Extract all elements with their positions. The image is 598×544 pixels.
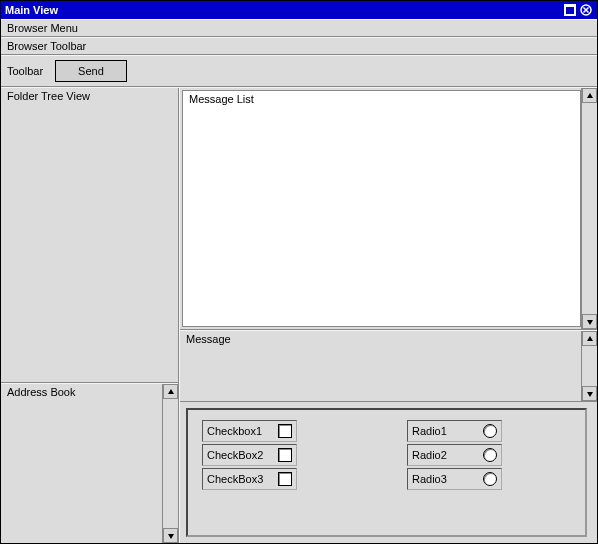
svg-marker-6 [168,534,174,539]
radio-icon[interactable] [483,472,497,486]
left-column: Folder Tree View Address Book [1,88,179,543]
radio-icon[interactable] [483,424,497,438]
checkbox-icon[interactable] [278,424,292,438]
radio-item-2[interactable]: Radio2 [407,444,502,466]
maximize-icon[interactable] [563,3,577,17]
checkbox-item-2[interactable]: CheckBox2 [202,444,297,466]
scroll-up-icon[interactable] [582,331,597,346]
radio-label: Radio1 [412,425,447,437]
checkbox-label: Checkbox1 [207,425,262,437]
content-area: Folder Tree View Address Book Message Li… [1,87,597,543]
scroll-down-icon[interactable] [582,386,597,401]
close-icon[interactable] [579,3,593,17]
checkbox-label: CheckBox2 [207,449,263,461]
message-list-scrollbar[interactable] [581,88,597,329]
checkbox-item-1[interactable]: Checkbox1 [202,420,297,442]
scroll-down-icon[interactable] [582,314,597,329]
message-pane[interactable]: Message [180,331,581,401]
main-window: Main View Browser Menu Browser Toolbar T… [0,0,598,544]
radio-icon[interactable] [483,448,497,462]
checkbox-item-3[interactable]: CheckBox3 [202,468,297,490]
svg-marker-7 [587,93,593,98]
address-book-label: Address Book [7,386,75,398]
message-scrollbar[interactable] [581,331,597,401]
message-list-label: Message List [189,93,254,105]
radio-label: Radio3 [412,473,447,485]
svg-marker-8 [587,320,593,325]
message-label: Message [186,333,231,345]
controls-outer: Checkbox1 CheckBox2 CheckBox3 [180,402,597,543]
checkbox-icon[interactable] [278,448,292,462]
svg-marker-9 [587,336,593,341]
browser-menu-label: Browser Menu [7,22,78,34]
browser-menu[interactable]: Browser Menu [1,19,597,37]
svg-marker-5 [168,389,174,394]
folder-tree-view[interactable]: Folder Tree View [1,88,178,383]
scroll-down-icon[interactable] [163,528,178,543]
message-list[interactable]: Message List [182,90,581,327]
checkbox-icon[interactable] [278,472,292,486]
address-book[interactable]: Address Book [1,384,162,543]
scroll-up-icon[interactable] [582,88,597,103]
send-button[interactable]: Send [55,60,127,82]
scroll-up-icon[interactable] [163,384,178,399]
controls-panel: Checkbox1 CheckBox2 CheckBox3 [186,408,587,537]
browser-toolbar[interactable]: Browser Toolbar [1,37,597,55]
checkbox-label: CheckBox3 [207,473,263,485]
svg-marker-10 [587,392,593,397]
radio-label: Radio2 [412,449,447,461]
address-book-panel: Address Book [1,383,178,543]
titlebar: Main View [1,1,597,19]
radio-column: Radio1 Radio2 Radio3 [407,420,502,525]
radio-item-3[interactable]: Radio3 [407,468,502,490]
checkbox-column: Checkbox1 CheckBox2 CheckBox3 [202,420,297,525]
toolbar: Toolbar Send [1,55,597,87]
address-book-scrollbar[interactable] [162,384,178,543]
message-list-panel: Message List [180,88,597,330]
folder-tree-label: Folder Tree View [7,90,90,102]
titlebar-controls [563,3,593,17]
right-column: Message List Message [179,88,597,543]
message-panel: Message [180,330,597,402]
radio-item-1[interactable]: Radio1 [407,420,502,442]
window-title: Main View [5,4,563,16]
toolbar-label: Toolbar [7,65,43,77]
browser-toolbar-label: Browser Toolbar [7,40,86,52]
